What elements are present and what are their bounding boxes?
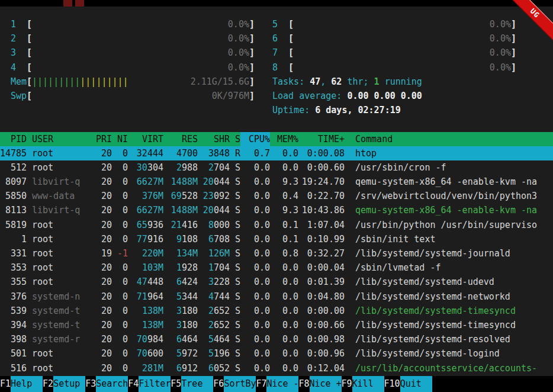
mem-value-lo: 180 [182, 320, 198, 330]
tasks-summary-segment: , [320, 75, 331, 89]
tasks-summary-segment: 1 [374, 75, 380, 89]
mem-value-lo: 988 [182, 162, 198, 173]
cell-time: 0:00.96 [298, 346, 345, 361]
cell-shr: 4744 [198, 290, 230, 304]
process-row-5819[interactable]: 5819root20065936214168000S0.00.11:07.04/… [0, 218, 553, 232]
mem-value-lo: 180 [182, 306, 198, 316]
process-row-516[interactable]: 516root200281M69126052S0.00.00:12.04/usr… [0, 361, 553, 375]
cell-user: root [27, 346, 80, 361]
process-row-539[interactable]: 539systemd-t200138M31802652S0.00.00:00.0… [0, 304, 553, 318]
cell-ni: 0 [112, 160, 128, 175]
mem-value-lo: 044 [214, 176, 230, 187]
tasks-summary-segment: running [380, 75, 422, 89]
fkey-f2[interactable]: F2Setup [43, 376, 85, 392]
cell-command: /lib/systemd/systemd-journald [345, 246, 553, 261]
process-row-501[interactable]: 501root2007060059725196S0.00.00:00.96/li… [0, 346, 553, 361]
process-row-398[interactable]: 398systemd-r2007098464645464S0.00.00:00.… [0, 332, 553, 346]
cell-mem-percent: 9.3 [270, 203, 298, 217]
cell-cpu-percent: 0.0 [240, 275, 270, 289]
cell-command: qemu-system-x86_64 -enable-kvm -na [345, 203, 553, 217]
process-row-512[interactable]: 512root2003030429882704S0.00.00:00.60/us… [0, 160, 553, 175]
cell-pid: 14785 [0, 146, 27, 160]
cell-cpu-percent: 0.0 [240, 361, 270, 375]
cpu-meter-7-value: 0.0% [490, 46, 511, 60]
fkey-f6[interactable]: F6SortBy [213, 376, 256, 392]
meter-close-bracket: ] [249, 17, 255, 31]
header-mem[interactable]: MEM% [270, 132, 298, 146]
header-cpu[interactable]: CPU% [240, 132, 270, 146]
mem-value-lo: 984 [147, 334, 163, 345]
fkey-f10[interactable]: F10Quit [384, 376, 432, 392]
mem-value-hi: 47 [137, 277, 147, 287]
header-res[interactable]: RES [163, 132, 198, 146]
cell-ni: 0 [112, 318, 128, 332]
fkey-f7[interactable]: F7Nice - [256, 376, 298, 392]
header-s[interactable]: S [230, 132, 240, 146]
process-row-353[interactable]: 353root200103M19281704S0.00.00:00.04/sbi… [0, 261, 553, 275]
cell-command: /lib/systemd/systemd-timesyncd [345, 304, 553, 318]
cell-res: 2988 [163, 160, 198, 175]
cell-pid: 8113 [0, 203, 27, 217]
header-user[interactable]: USER [27, 132, 80, 146]
header-time[interactable]: TIME+ [298, 132, 345, 146]
cell-res: 9108 [163, 232, 198, 246]
mem-value-hi: 6 [208, 234, 214, 245]
mem-cache-bars: ||||||||| [80, 75, 128, 89]
cell-virt: 65936 [128, 218, 163, 232]
mem-value-lo: 936 [147, 220, 163, 230]
process-row-8097[interactable]: 8097libvirt-q2006627M1488M20044S0.09.319… [0, 175, 553, 189]
header-virt[interactable]: VIRT [128, 132, 163, 146]
process-row-1[interactable]: 1root2007791691086708S0.00.10:10.99/sbin… [0, 232, 553, 246]
header-ni[interactable]: NI [112, 132, 128, 146]
cpu-meter-7: 7[0.0%] [272, 46, 516, 60]
cell-virt: 77916 [128, 232, 163, 246]
fkey-f4[interactable]: F4Filter [128, 376, 171, 392]
cell-time: 1:07.04 [298, 218, 345, 232]
meter-spacer [32, 60, 228, 75]
cell-pid: 353 [0, 261, 27, 275]
cell-user: systemd-t [27, 304, 80, 318]
cell-time: 0:00.60 [298, 160, 345, 175]
process-row-14785[interactable]: 14785root2003244447003848R0.70.00:00.08h… [0, 146, 553, 160]
cell-cpu-percent: 0.0 [240, 218, 270, 232]
mem-value-hi: 1 [176, 262, 182, 273]
cpu-meter-5-label: 5 [272, 17, 288, 31]
fkey-f5[interactable]: F5Tree [171, 376, 213, 392]
meter-spacer [294, 17, 490, 31]
process-row-5850[interactable]: 5850www-data200376M6952823092S0.00.40:22… [0, 189, 553, 203]
load-average: Load average: 0.00 0.00 0.00 [272, 89, 553, 103]
process-table-header: PIDUSERPRINIVIRTRESSHRSCPU%MEM%TIME+Comm… [0, 132, 553, 146]
process-row-376[interactable]: 376systemd-n2007196453444744S0.00.00:04.… [0, 290, 553, 304]
memory-meter: Mem[||||||||||||||||||2.11G/15.6G] [11, 75, 255, 89]
header-cmd[interactable]: Command [345, 132, 553, 146]
cell-mem-percent: 0.0 [270, 290, 298, 304]
cell-res: 6912 [163, 361, 198, 375]
header-pid[interactable]: PID [0, 132, 27, 146]
process-row-8113[interactable]: 8113libvirt-q2006627M1488M20044S0.09.310… [0, 203, 553, 217]
cell-pid: 355 [0, 275, 27, 289]
fkey-f3[interactable]: F3Search [85, 376, 128, 392]
process-row-394[interactable]: 394systemd-t200138M31802652S0.00.00:00.6… [0, 318, 553, 332]
cell-state: R [230, 146, 240, 160]
header-pri[interactable]: PRI [80, 132, 112, 146]
meter-body: 0.0% [294, 31, 511, 46]
cell-pri: 20 [80, 261, 112, 275]
cpu-meter-5: 5[0.0%] [272, 17, 516, 31]
cell-ni: 0 [112, 290, 128, 304]
uptime: Uptime: 6 days, 02:27:19 [272, 103, 553, 117]
cell-shr: 8000 [198, 218, 230, 232]
cell-state: S [230, 203, 240, 217]
process-row-355[interactable]: 355root2004744864243228S0.00.00:01.39/li… [0, 275, 553, 289]
mem-value-lo: 000 [214, 220, 230, 230]
cell-user: root [27, 146, 80, 160]
fkey-f1[interactable]: F1Help [0, 376, 43, 392]
mem-value-hi: 6 [208, 363, 214, 374]
fkey-f8[interactable]: F8Nice + [298, 376, 341, 392]
cell-ni: 0 [112, 203, 128, 217]
header-shr[interactable]: SHR [198, 132, 230, 146]
process-row-331[interactable]: 331root19-1220M134M126MS0.00.80:32.27/li… [0, 246, 553, 261]
meter-open-bracket: [ [27, 17, 32, 31]
cell-virt: 138M [128, 304, 163, 318]
cell-res: 6424 [163, 275, 198, 289]
fkey-f9[interactable]: F9Kill [342, 376, 384, 392]
